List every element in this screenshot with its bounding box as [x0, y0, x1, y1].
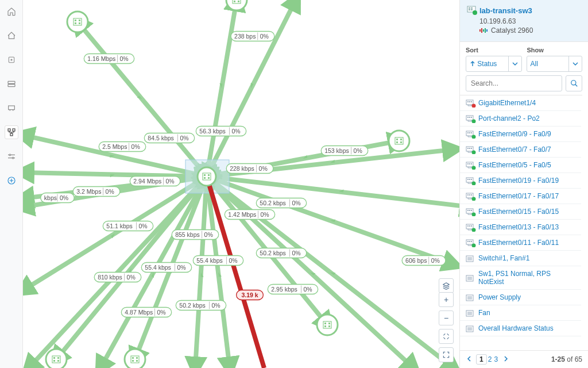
show-dropdown[interactable]: All — [527, 56, 583, 72]
link-label: kbps0% — [41, 193, 74, 203]
svg-text:0%: 0% — [204, 231, 213, 238]
pager: 123 1-25 of 65 — [460, 350, 588, 368]
pager-prev[interactable] — [466, 355, 473, 363]
device-title[interactable]: lab-transit-sw3 — [467, 6, 581, 15]
svg-point-154 — [571, 80, 575, 85]
svg-text:50.2 kbps: 50.2 kbps — [179, 302, 206, 309]
interface-row[interactable]: FastEthernet0/11 - Fa0/11 — [460, 235, 581, 251]
interface-row[interactable]: Power Supply — [460, 290, 581, 305]
svg-text:0%: 0% — [139, 223, 148, 229]
svg-point-1 — [10, 59, 11, 60]
interface-icon — [466, 99, 475, 106]
interface-row[interactable]: Sw1, PS1 Normal, RPS NotExist — [460, 266, 581, 290]
zoom-in-icon[interactable]: + — [439, 292, 454, 307]
nav-server-icon[interactable] — [5, 77, 18, 91]
topology-node[interactable] — [125, 349, 145, 368]
svg-rect-27 — [396, 141, 398, 143]
topology-node[interactable] — [46, 349, 67, 368]
topology-canvas[interactable]: 238 bps0%1.16 Mbps0%56.3 kbps0%84.5 kbps… — [23, 0, 459, 368]
topology-node[interactable] — [226, 0, 247, 10]
nav-box-icon[interactable] — [5, 53, 18, 67]
interface-label: FastEthernet0/11 - Fa0/11 — [478, 239, 559, 247]
svg-rect-45 — [132, 360, 134, 362]
interface-row[interactable]: FastEthernet0/7 - Fa0/7 — [460, 142, 581, 158]
pager-page[interactable]: 1 — [476, 354, 487, 365]
link-label: 228 kbps0% — [226, 164, 273, 174]
sort-dropdown[interactable]: Status — [466, 56, 522, 72]
search-button[interactable] — [566, 75, 582, 91]
interface-row[interactable]: FastEthernet0/19 - Fa0/19 — [460, 173, 581, 189]
topology-svg[interactable]: 238 bps0%1.16 Mbps0%56.3 kbps0%84.5 kbps… — [23, 0, 459, 368]
nav-add-icon[interactable] — [5, 174, 18, 187]
interface-row[interactable]: FastEthernet0/9 - Fa0/9 — [460, 126, 581, 142]
pager-range: 1-25 of 65 — [551, 355, 582, 363]
svg-text:0%: 0% — [260, 33, 269, 40]
link-label: 55.4 kbps0% — [193, 256, 243, 266]
interface-list[interactable]: GigabitEthernet1/4Port-channel2 - Po2Fas… — [460, 95, 582, 350]
interface-row[interactable]: Switch#1, Fan#1 — [460, 251, 581, 266]
svg-rect-44 — [136, 357, 138, 359]
link-label: 3.19 k — [237, 290, 264, 300]
interface-label: FastEthernet0/5 - Fa0/5 — [478, 161, 551, 169]
fullscreen-icon[interactable] — [439, 347, 454, 362]
interface-icon — [466, 325, 475, 332]
fit-icon[interactable] — [439, 329, 454, 344]
map-controls-tools — [439, 278, 454, 293]
pager-next[interactable] — [502, 355, 509, 363]
svg-text:153 kbps: 153 kbps — [324, 147, 349, 154]
svg-text:0%: 0% — [157, 309, 166, 316]
interface-row[interactable]: Fan — [460, 305, 581, 321]
nav-home-icon[interactable] — [5, 5, 18, 18]
interface-row[interactable]: FastEthernet0/5 - Fa0/5 — [460, 158, 581, 173]
topology-node[interactable] — [67, 12, 88, 32]
interface-row[interactable]: FastEthernet0/17 - Fa0/17 — [460, 189, 581, 204]
interface-row[interactable]: FastEthernet0/15 - Fa0/15 — [460, 204, 581, 220]
svg-text:0%: 0% — [292, 200, 301, 206]
nav-house-outline-icon[interactable] — [5, 29, 18, 43]
svg-rect-15 — [75, 22, 76, 24]
link-label: 56.3 kbps0% — [196, 126, 246, 136]
interface-row[interactable]: Port-channel2 - Po2 — [460, 111, 581, 126]
pager-page[interactable]: 2 — [487, 355, 493, 363]
link-label: 810 kbps0% — [94, 273, 141, 282]
link-label: 606 bps0% — [402, 256, 446, 266]
interface-icon — [466, 239, 475, 246]
svg-rect-157 — [469, 101, 470, 102]
nav-topology-icon[interactable] — [5, 125, 18, 139]
nav-tune-icon[interactable] — [5, 150, 18, 163]
zoom-out-icon[interactable]: − — [439, 310, 454, 325]
search-input[interactable] — [466, 75, 562, 91]
svg-rect-182 — [469, 179, 470, 180]
svg-text:0%: 0% — [127, 274, 136, 281]
interface-row[interactable]: GigabitEthernet1/4 — [460, 95, 581, 111]
svg-point-9 — [12, 157, 14, 159]
chevron-down-icon — [568, 56, 578, 71]
nav-port-icon[interactable] — [5, 101, 18, 115]
map-controls-zoom: + − — [439, 292, 454, 362]
svg-rect-33 — [204, 177, 206, 179]
link-label: 2.5 Mbps0% — [99, 142, 146, 152]
interface-row[interactable]: FastEthernet0/13 - Fa0/13 — [460, 220, 581, 235]
svg-rect-43 — [132, 357, 134, 359]
svg-rect-163 — [471, 117, 472, 118]
svg-rect-34 — [208, 177, 210, 179]
interface-label: Overall Hardware Status — [478, 324, 554, 332]
svg-rect-39 — [324, 325, 326, 327]
svg-rect-171 — [467, 148, 469, 149]
interface-row[interactable]: Overall Hardware Status — [460, 321, 581, 336]
svg-text:50.2 kbps: 50.2 kbps — [260, 250, 286, 256]
topology-node[interactable] — [198, 167, 216, 186]
topology-node[interactable] — [317, 315, 338, 335]
svg-rect-181 — [467, 179, 469, 180]
svg-text:606 bps: 606 bps — [405, 257, 427, 264]
svg-text:0%: 0% — [60, 194, 68, 201]
interface-icon — [466, 224, 475, 231]
interface-icon — [466, 255, 475, 262]
svg-rect-152 — [485, 28, 486, 33]
svg-rect-177 — [469, 163, 470, 164]
svg-rect-52 — [57, 360, 59, 362]
layers-icon[interactable] — [439, 278, 454, 293]
pager-page[interactable]: 3 — [493, 355, 499, 363]
topology-node[interactable] — [389, 131, 409, 151]
interface-label: Power Supply — [478, 293, 521, 301]
